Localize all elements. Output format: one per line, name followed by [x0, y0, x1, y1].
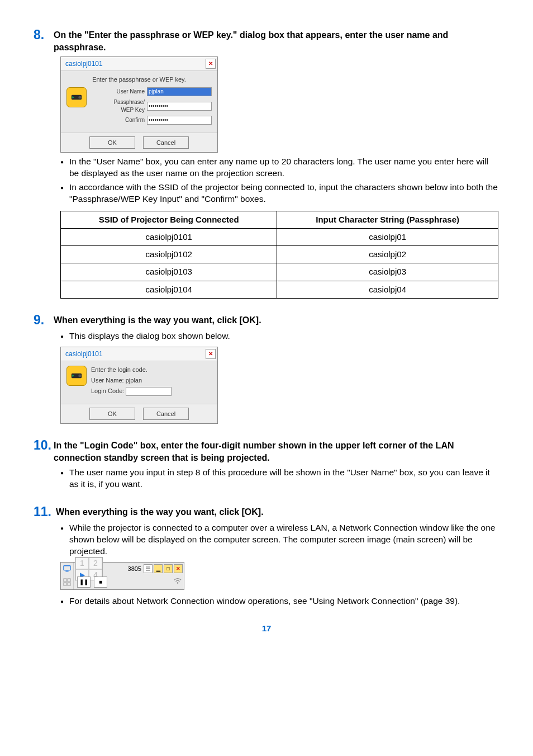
- cell-ssid: casiolpj0104: [61, 281, 277, 298]
- step-title: When everything is the way you want, cli…: [54, 313, 261, 327]
- confirm-label: Confirm: [125, 116, 145, 124]
- step-header: 10. In the "Login Code" box, enter the f…: [34, 438, 499, 464]
- ok-button[interactable]: OK: [89, 136, 135, 149]
- note-item: While the projector is connected to a co…: [60, 522, 499, 557]
- user-name-input[interactable]: pjplan: [147, 87, 212, 96]
- step11-notes-a: While the projector is connected to a co…: [60, 522, 499, 557]
- cell-pass: casiolpj03: [277, 263, 498, 281]
- pause-button[interactable]: ❚❚: [77, 577, 91, 588]
- session-code: 3805: [128, 565, 141, 573]
- step-number: 9.: [34, 313, 49, 327]
- table-row: casiolpj0103casiolpj03: [61, 263, 498, 281]
- step11-notes-b: For details about Network Connection win…: [60, 596, 499, 607]
- ssid-table: SSID of Projector Being Connected Input …: [60, 211, 498, 299]
- ok-button[interactable]: OK: [89, 408, 135, 420]
- svg-rect-12: [68, 579, 70, 582]
- step-8: 8. On the "Enter the passphrase or WEP k…: [34, 28, 499, 299]
- note-item: For details about Network Connection win…: [60, 596, 499, 607]
- table-head-pass: Input Character String (Passphrase): [277, 211, 498, 228]
- projector-icon: [66, 366, 87, 386]
- note-item: This displays the dialog box shown below…: [60, 330, 499, 342]
- step-number: 10.: [34, 438, 49, 452]
- svg-rect-13: [64, 583, 66, 585]
- step-header: 9. When everything is the way you want, …: [34, 313, 499, 327]
- dialog-titlebar: casiolpj0101 ✕: [61, 57, 217, 71]
- svg-point-4: [78, 375, 81, 377]
- dialog-title-text: casiolpj0101: [65, 59, 103, 68]
- maximize-icon[interactable]: □: [164, 564, 173, 573]
- step-10: 10. In the "Login Code" box, enter the f…: [34, 438, 499, 490]
- step8-notes: In the "User Name" box, you can enter an…: [60, 156, 499, 205]
- step9-notes: This displays the dialog box shown below…: [60, 330, 499, 342]
- cell-ssid: casiolpj0103: [61, 263, 277, 281]
- confirm-input[interactable]: ••••••••••: [147, 116, 212, 125]
- dialog-titlebar: casiolpj0101 ✕: [61, 347, 217, 361]
- passphrase-label: Passphrase/WEP Key: [113, 98, 145, 114]
- step-11: 11. When everything is the way you want,…: [34, 505, 499, 607]
- step-title: On the "Enter the passphrase or WEP key.…: [54, 28, 499, 53]
- table-row: casiolpj0104casiolpj04: [61, 281, 498, 298]
- user-name-value: pjplan: [126, 377, 142, 384]
- list-icon[interactable]: [144, 564, 153, 573]
- close-icon[interactable]: ✕: [206, 59, 216, 69]
- login-code-input[interactable]: [126, 387, 172, 396]
- table-row: casiolpj0101casiolpj01: [61, 228, 498, 245]
- cell-ssid: casiolpj0102: [61, 246, 277, 263]
- step-number: 11.: [34, 505, 51, 519]
- minimize-icon[interactable]: ▁: [154, 564, 163, 573]
- note-item: The user name you input in step 8 of thi…: [60, 467, 499, 490]
- grid-icon: [61, 575, 74, 589]
- table-row: casiolpj0102casiolpj02: [61, 246, 498, 263]
- passphrase-dialog: casiolpj0101 ✕ Enter the passphrase or W…: [60, 56, 218, 153]
- login-dialog: casiolpj0101 ✕ Enter the login code. Use…: [60, 347, 218, 424]
- step10-notes: The user name you input in step 8 of thi…: [60, 467, 499, 490]
- svg-rect-11: [64, 579, 66, 582]
- login-code-label: Login Code:: [91, 388, 124, 394]
- note-item: In the "User Name" box, you can enter an…: [60, 156, 499, 179]
- stop-button[interactable]: ■: [94, 577, 107, 588]
- monitor-icon: [61, 563, 74, 575]
- user-name-label: User Name: [116, 88, 145, 96]
- login-prompt: Enter the login code.: [91, 366, 212, 374]
- cancel-button[interactable]: Cancel: [143, 136, 189, 149]
- cell-pass: casiolpj04: [277, 281, 498, 298]
- step-9: 9. When everything is the way you want, …: [34, 313, 499, 424]
- step-title: When everything is the way you want, cli…: [56, 505, 264, 518]
- network-connection-window: 1 2 ▶ 4 3805 ▁ □ ✕ ❚❚ ■: [60, 562, 184, 590]
- close-icon[interactable]: ✕: [174, 564, 183, 573]
- projector-icon: [66, 87, 87, 107]
- close-icon[interactable]: ✕: [206, 349, 216, 359]
- svg-rect-7: [65, 571, 68, 572]
- cell-pass: casiolpj01: [277, 228, 498, 245]
- cell-ssid: casiolpj0101: [61, 228, 277, 245]
- step-header: 11. When everything is the way you want,…: [34, 505, 499, 519]
- dialog-prompt: Enter the passphrase or WEP key.: [66, 75, 212, 84]
- svg-point-1: [78, 96, 81, 99]
- quad-1[interactable]: 1: [75, 557, 89, 569]
- note-item: In accordance with the SSID of the proje…: [60, 182, 499, 205]
- user-name-label: User Name:: [91, 377, 124, 384]
- passphrase-input[interactable]: ••••••••••: [147, 102, 212, 111]
- step-number: 8.: [34, 28, 49, 42]
- wifi-icon: [174, 578, 182, 587]
- quad-2[interactable]: 2: [89, 557, 102, 569]
- cell-pass: casiolpj02: [277, 246, 498, 263]
- step-header: 8. On the "Enter the passphrase or WEP k…: [34, 28, 499, 53]
- step-title: In the "Login Code" box, enter the four-…: [54, 438, 499, 464]
- svg-rect-6: [64, 566, 70, 570]
- svg-rect-14: [68, 583, 70, 585]
- dialog-title-text: casiolpj0101: [65, 349, 103, 358]
- page-number: 17: [34, 623, 499, 634]
- svg-point-15: [177, 582, 179, 584]
- table-head-ssid: SSID of Projector Being Connected: [61, 211, 277, 228]
- cancel-button[interactable]: Cancel: [143, 408, 189, 420]
